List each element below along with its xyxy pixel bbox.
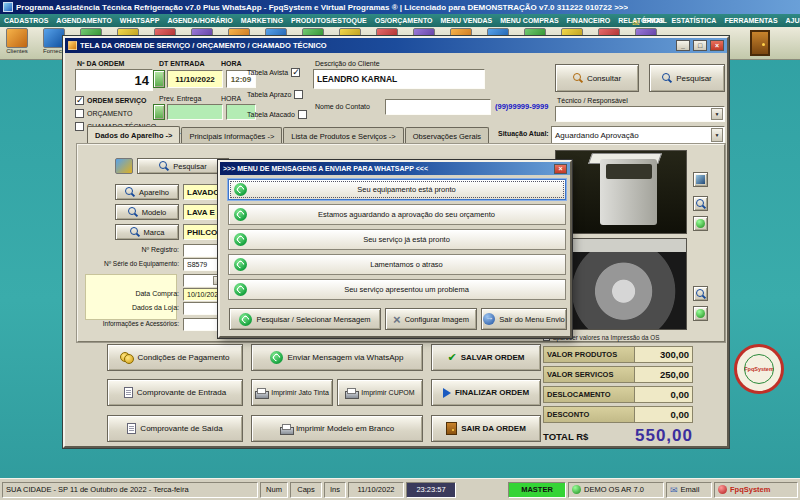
photo1-view-button[interactable] xyxy=(693,172,708,187)
cliente-field[interactable]: LEANDRO KARNAL xyxy=(313,69,485,89)
tecnico-dropdown[interactable] xyxy=(555,106,725,122)
tabela-avista-option[interactable]: Tabela Avista xyxy=(247,68,300,77)
whatsapp-icon xyxy=(234,283,247,296)
whatsapp-message-button[interactable]: Lamentamos o atraso xyxy=(228,254,566,275)
modal-close-button[interactable] xyxy=(554,164,567,174)
modal-pesquisar-button[interactable]: Pesquisar / Selecionar Mensagem xyxy=(229,308,381,330)
tabela-atacado-option[interactable]: Tabela Atacado xyxy=(247,110,307,119)
consultar-button[interactable]: Consultar xyxy=(555,64,639,92)
window-close-button[interactable] xyxy=(710,40,724,51)
modal-configurar-button[interactable]: Configurar Imagem xyxy=(385,308,477,330)
modelo-button[interactable]: Modelo xyxy=(115,204,179,220)
tabela-aprazo-option[interactable]: Tabela Aprazo xyxy=(247,90,303,99)
prev-entrega-field[interactable] xyxy=(167,104,223,120)
tab[interactable]: Lista de Produtos e Serviços -> xyxy=(283,127,403,144)
window-maximize-button[interactable] xyxy=(693,40,707,51)
tabela-avista-checkbox[interactable] xyxy=(291,68,300,77)
sair-ordem-button[interactable]: SAIR DA ORDEM xyxy=(431,415,541,442)
menu-email[interactable]: E-MAIL xyxy=(632,15,667,26)
toolbar-button[interactable]: Clientes xyxy=(4,28,30,55)
tecnico-dropdown-arrow[interactable] xyxy=(711,108,723,120)
dt-entrada-field[interactable]: 11/10/2022 xyxy=(167,70,223,88)
tab[interactable]: Dados do Aparelho -> xyxy=(87,126,180,144)
document-icon-2 xyxy=(127,423,136,434)
build-icon xyxy=(572,485,581,494)
status-ins: Ins xyxy=(324,482,346,498)
imprimir-cupom-button[interactable]: Imprimir CUPOM xyxy=(337,379,423,406)
aparelho-search-button[interactable]: Pesquisar xyxy=(137,158,229,174)
menu-item[interactable]: ESTATÍSTICA xyxy=(672,17,717,24)
orcamento-option[interactable]: ORÇAMENTO xyxy=(75,109,132,118)
aparelho-search-label: Pesquisar xyxy=(173,162,206,171)
whatsapp-icon xyxy=(234,258,247,271)
status-num: Num xyxy=(260,482,288,498)
menu-item[interactable]: FERRAMENTAS xyxy=(724,17,777,24)
enviar-whatsapp-button[interactable]: Enviar Mensagem via WhatsApp xyxy=(251,344,423,371)
totals-row-label: VALOR SERVICOS xyxy=(543,366,635,383)
menu-item[interactable]: AGENDA/HORÁRIO xyxy=(167,17,232,24)
tab[interactable]: Principais Informações -> xyxy=(181,127,282,144)
orcamento-checkbox[interactable] xyxy=(75,109,84,118)
menu-item[interactable]: MENU COMPRAS xyxy=(500,17,558,24)
comprovante-entrada-button[interactable]: Comprovante de Entrada xyxy=(107,379,243,406)
photo2-zoom-button[interactable] xyxy=(693,286,708,301)
whatsapp-message-button[interactable]: Seu serviço apresentou um problema xyxy=(228,279,566,300)
whatsapp-icon xyxy=(270,351,283,364)
calendar-button[interactable] xyxy=(153,70,165,88)
whatsapp-message-button[interactable]: Seu equipamento está pronto xyxy=(228,179,566,200)
prev-calendar-button[interactable] xyxy=(153,104,165,120)
condicoes-pagamento-button[interactable]: Condições de Pagamento xyxy=(107,344,243,371)
photo-view-icon xyxy=(696,175,705,184)
menu-item[interactable]: PRODUTOS/ESTOQUE xyxy=(291,17,367,24)
registro-label: Nº Registro: xyxy=(109,246,179,253)
window-minimize-button[interactable] xyxy=(676,40,690,51)
exit-door-icon[interactable] xyxy=(750,30,770,56)
pesquisar-button[interactable]: Pesquisar xyxy=(649,64,725,92)
tab-bar: Dados do Aparelho ->Principais Informaçõ… xyxy=(87,126,489,144)
menu-item[interactable]: AJUDA xyxy=(786,17,800,24)
menu-item[interactable]: WHATSAPP xyxy=(120,17,160,24)
contato-field[interactable] xyxy=(385,99,491,115)
whatsapp-message-button[interactable]: Estamos aguardando a aprovação do seu or… xyxy=(228,204,566,225)
status-email[interactable]: Email xyxy=(666,482,712,498)
hora-label: HORA xyxy=(221,60,242,67)
situacao-dropdown[interactable]: Aguardando Aprovação xyxy=(551,126,725,144)
imprimir-jato-button[interactable]: Imprimir Jato Tinta xyxy=(251,379,333,406)
modal-titlebar: >>> MENU DE MENSAGENS A ENVIAR PARA WHAT… xyxy=(220,162,570,175)
status-caps: Caps xyxy=(290,482,322,498)
photo1-load-button[interactable] xyxy=(693,216,708,231)
salvar-ordem-button[interactable]: SALVAR ORDEM xyxy=(431,344,541,371)
aparelho-button[interactable]: Aparelho xyxy=(115,184,179,200)
totals-row-value: 250,00 xyxy=(635,366,693,383)
menu-item[interactable]: AGENDAMENTO xyxy=(56,17,111,24)
order-number-field[interactable]: 14 xyxy=(75,69,153,91)
modal-sair-button[interactable]: Sair do Menu Envio xyxy=(481,308,567,330)
menu-item[interactable]: MARKETING xyxy=(241,17,283,24)
ordem-servico-option[interactable]: ORDEM SERVIÇO xyxy=(75,96,146,105)
equipment-photo-2[interactable] xyxy=(555,238,687,330)
status-build-label: DEMO OS AR 7.0 xyxy=(584,485,644,494)
menubar: CADASTROSAGENDAMENTOWHATSAPPAGENDA/HORÁR… xyxy=(0,14,800,27)
search-tool-icon[interactable] xyxy=(115,158,133,174)
menu-item[interactable]: OS/ORÇAMENTO xyxy=(375,17,433,24)
equipment-photo-1[interactable] xyxy=(555,150,687,234)
whatsapp-message-button[interactable]: Seu serviço já está pronto xyxy=(228,229,566,250)
menu-item[interactable]: CADASTROS xyxy=(4,17,48,24)
exit-menu-icon xyxy=(483,313,495,325)
ordem-servico-checkbox[interactable] xyxy=(75,96,84,105)
menu-item[interactable]: MENU VENDAS xyxy=(441,17,493,24)
finalizar-ordem-button[interactable]: FINALIZAR ORDEM xyxy=(431,379,541,406)
photo1-zoom-button[interactable] xyxy=(693,196,708,211)
comprovante-saida-button[interactable]: Comprovante de Saída xyxy=(107,415,243,442)
imprimir-branco-button[interactable]: Imprimir Modelo em Branco xyxy=(251,415,423,442)
tabela-aprazo-checkbox[interactable] xyxy=(294,90,303,99)
contato-label: Nome do Contato xyxy=(315,103,370,110)
tab[interactable]: Observações Gerais xyxy=(405,127,489,144)
chamado-checkbox[interactable] xyxy=(75,122,84,131)
situacao-dropdown-arrow[interactable] xyxy=(711,128,723,142)
marca-button[interactable]: Marca xyxy=(115,224,179,240)
tabela-atacado-checkbox[interactable] xyxy=(298,110,307,119)
menu-item[interactable]: FINANCEIRO xyxy=(567,17,611,24)
photo2-load-button[interactable] xyxy=(693,306,708,321)
tecnico-label: Técnico / Responsável xyxy=(557,97,628,104)
